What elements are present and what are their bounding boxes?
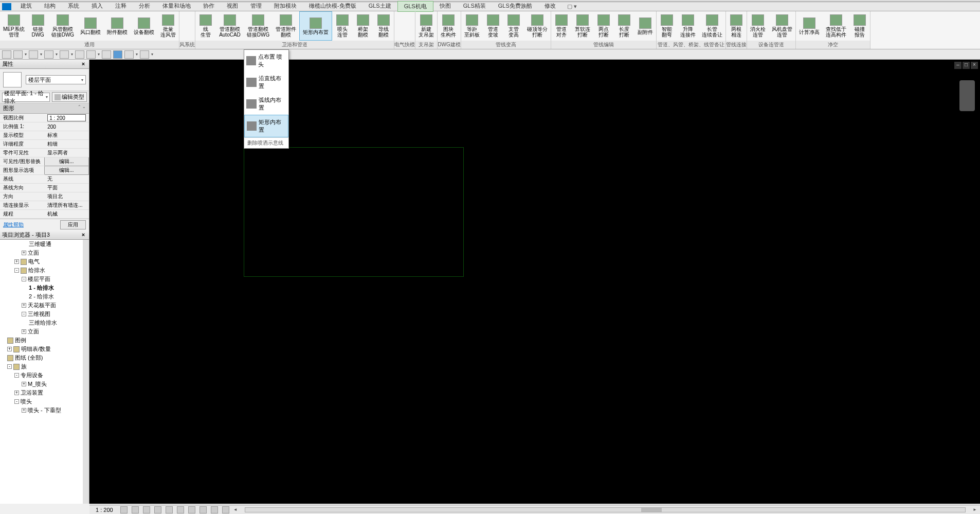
prop-value[interactable]: 200 — [44, 122, 88, 131]
ribbon-button[interactable]: 风管翻模链接DWG — [48, 11, 77, 41]
tree-toggle-icon[interactable]: + — [7, 347, 12, 351]
qa-btn[interactable] — [124, 50, 134, 59]
ribbon-button[interactable]: 管道变坡 — [483, 11, 503, 41]
qa-open-icon[interactable] — [2, 50, 11, 59]
prop-value[interactable]: 编辑... — [44, 157, 88, 166]
ribbon-button[interactable]: 算软连打断 — [572, 11, 593, 41]
ribbon-button[interactable]: 两点打断 — [593, 11, 614, 41]
ribbon-button[interactable]: 管道对齐 — [551, 11, 572, 41]
menu-item-8[interactable]: 视图 — [221, 1, 244, 12]
menu-item-4[interactable]: 注释 — [109, 1, 133, 12]
browser-item[interactable]: -族 — [0, 362, 83, 371]
tree-toggle-icon[interactable]: - — [22, 277, 26, 281]
viewport-minimize-icon[interactable]: – — [954, 62, 961, 69]
ribbon-button[interactable]: 管道翻模链接DWG — [244, 11, 273, 41]
menu-item-5[interactable]: 分析 — [133, 1, 156, 12]
qa-btn[interactable] — [75, 50, 84, 59]
ribbon-button[interactable]: 风口翻模 — [77, 11, 104, 41]
ribbon-button[interactable]: 计算净高 — [796, 11, 823, 41]
prop-value[interactable]: 无 — [44, 175, 88, 184]
tree-toggle-icon[interactable]: + — [22, 408, 26, 413]
browser-item[interactable]: 1 - 给排水 — [0, 283, 83, 292]
browser-item[interactable]: 三维给排水 — [0, 318, 83, 327]
browser-scrollbar[interactable] — [83, 240, 89, 504]
ribbon-button[interactable]: 等距至斜板 — [461, 11, 483, 41]
ribbon-button[interactable]: 消火栓连管 — [747, 11, 769, 41]
ribbon-button[interactable]: 矩形内布置 — [299, 11, 332, 41]
browser-item[interactable]: +明细表/数量 — [0, 345, 83, 353]
app-icon[interactable] — [2, 3, 11, 10]
properties-close-icon[interactable]: × — [80, 61, 87, 68]
qa-undo-icon[interactable] — [29, 50, 38, 59]
viewport-close-icon[interactable]: × — [971, 62, 978, 69]
tree-toggle-icon[interactable]: - — [14, 399, 19, 404]
browser-item[interactable]: +喷头 - 下垂型 — [0, 406, 83, 415]
menu-item-11[interactable]: 橄榄山快模-免费版 — [303, 1, 362, 12]
menu-item-7[interactable]: 协作 — [197, 1, 221, 12]
ribbon-button[interactable]: 长度打断 — [614, 11, 634, 41]
dropdown-item[interactable]: 弧线内布置 — [244, 93, 288, 115]
ribbon-button[interactable]: 导线翻模 — [373, 11, 394, 41]
browser-item[interactable]: -喷头 — [0, 397, 83, 406]
menu-item-13[interactable]: GLS机电 — [397, 1, 433, 12]
menu-item-9[interactable]: 管理 — [244, 1, 268, 12]
browser-item[interactable]: +立面 — [0, 249, 83, 257]
qa-btn-active[interactable] — [113, 50, 122, 59]
prop-value[interactable]: 编辑... — [44, 166, 88, 175]
ribbon-button[interactable]: 风机盘管连管 — [769, 11, 795, 41]
ribbon-button[interactable]: 批量连风管 — [157, 11, 179, 41]
tree-toggle-icon[interactable]: + — [22, 382, 26, 386]
ribbon-button[interactable]: 附件翻模 — [104, 11, 131, 41]
dropdown-footer[interactable]: 删除喷洒示意线 — [244, 137, 288, 148]
properties-section-header[interactable]: 图形 ⌃ ⌄ — [0, 103, 89, 114]
tree-toggle-icon[interactable]: - — [22, 312, 26, 316]
tree-toggle-icon[interactable]: - — [14, 373, 19, 378]
prop-value[interactable]: 平面 — [44, 184, 88, 192]
tree-toggle-icon[interactable]: + — [22, 329, 26, 334]
menu-item-17[interactable]: 修改 — [538, 1, 562, 12]
tree-toggle-icon[interactable]: + — [22, 303, 26, 308]
menu-extra[interactable]: ▢ ▾ — [562, 2, 582, 11]
ribbon-button[interactable]: 新建支吊架 — [415, 11, 437, 41]
ribbon-button[interactable]: 管道翻模AutoCAD — [216, 11, 244, 41]
ribbon-button[interactable]: 两根相连 — [726, 11, 747, 41]
prop-value[interactable] — [44, 114, 88, 122]
menu-item-16[interactable]: GLS免费族酷 — [492, 1, 538, 12]
qa-btn[interactable] — [140, 50, 149, 59]
menu-item-12[interactable]: GLS土建 — [362, 1, 397, 12]
ribbon-button[interactable]: 碰顶等分打断 — [524, 11, 551, 41]
menu-item-1[interactable]: 结构 — [38, 1, 62, 12]
ribbon-button[interactable]: 智能翻弯 — [657, 11, 677, 41]
browser-item[interactable]: +卫浴装置 — [0, 388, 83, 397]
apply-button[interactable]: 应用 — [60, 220, 86, 229]
browser-item[interactable]: -楼层平面 — [0, 275, 83, 283]
browser-item[interactable]: -专用设备 — [0, 371, 83, 380]
ribbon-button[interactable]: 磁撞报告 — [849, 11, 870, 41]
prop-value[interactable]: 标准 — [44, 131, 88, 140]
browser-item[interactable]: 2 - 给排水 — [0, 292, 83, 301]
ribbon-button[interactable]: 桥架翻模 — [353, 11, 373, 41]
edit-type-button[interactable]: 编辑类型 — [52, 92, 87, 102]
qa-btn[interactable] — [86, 50, 96, 59]
tree-toggle-icon[interactable]: - — [7, 364, 12, 369]
menu-item-15[interactable]: GLS精装 — [457, 1, 492, 12]
type-selector[interactable]: 楼层平面 ▾ — [0, 69, 89, 91]
ribbon-button[interactable]: 链接DWG — [28, 11, 48, 41]
ribbon-button[interactable]: 升降连接件 — [677, 11, 699, 41]
menu-item-0[interactable]: 建筑 — [14, 1, 38, 12]
prop-value[interactable]: 项目北 — [44, 192, 88, 201]
prop-value[interactable]: 精细 — [44, 140, 88, 149]
qa-save-icon[interactable] — [13, 50, 23, 59]
tree-toggle-icon[interactable]: + — [22, 251, 26, 255]
ribbon-button[interactable]: 查找低于连高构件 — [823, 11, 849, 41]
qa-redo-icon[interactable] — [44, 50, 53, 59]
ribbon-button[interactable]: MEP系统管理 — [0, 11, 28, 41]
browser-item[interactable]: -三维视图 — [0, 310, 83, 318]
qa-btn[interactable] — [60, 50, 69, 59]
browser-item[interactable]: 图纸 (全部) — [0, 353, 83, 362]
browser-item[interactable]: +立面 — [0, 327, 83, 336]
tree-toggle-icon[interactable]: - — [14, 268, 19, 273]
ribbon-button[interactable]: 喷头连管 — [332, 11, 353, 41]
menu-item-3[interactable]: 插入 — [85, 1, 109, 12]
browser-item[interactable]: -给排水 — [0, 266, 83, 275]
